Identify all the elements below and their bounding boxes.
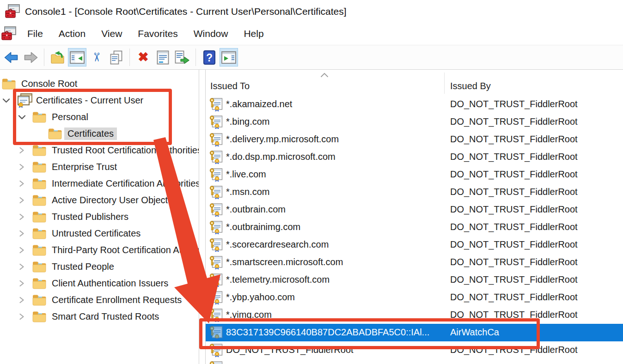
copy-button[interactable] bbox=[107, 48, 125, 67]
issued-to-cell: *.ybp.yahoo.com bbox=[226, 292, 441, 303]
folder-icon bbox=[32, 278, 48, 289]
tree-item-label: Certificates - Current User bbox=[33, 94, 147, 107]
chevron-right-icon[interactable] bbox=[18, 246, 32, 254]
list-row-do-dsp-mp-microsoft-com[interactable]: *.do.dsp.mp.microsoft.comDO_NOT_TRUST_Fi… bbox=[206, 148, 623, 166]
folder-icon bbox=[32, 178, 48, 189]
tree-item-enterprise-trust[interactable]: Enterprise Trust bbox=[0, 158, 199, 175]
export-list-button[interactable] bbox=[173, 48, 191, 67]
tree-item-trusted-people[interactable]: Trusted People bbox=[0, 258, 199, 275]
tree-item-personal[interactable]: Personal bbox=[0, 109, 199, 125]
chevron-right-icon[interactable] bbox=[18, 296, 32, 304]
issued-by-cell: DO_NOT_TRUST_FiddlerRoot bbox=[450, 152, 578, 162]
list-row-live-com[interactable]: *.live.comDO_NOT_TRUST_FiddlerRoot bbox=[206, 166, 623, 183]
folder-icon bbox=[32, 161, 48, 173]
list-row-bing-com[interactable]: *.bing.comDO_NOT_TRUST_FiddlerRoot bbox=[206, 113, 623, 131]
list-row-outbrain-com[interactable]: *.outbrain.comDO_NOT_TRUST_FiddlerRoot bbox=[206, 201, 623, 218]
tree-item-trusted-publishers[interactable]: Trusted Publishers bbox=[0, 208, 199, 225]
folder-icon bbox=[32, 228, 48, 239]
properties-button[interactable] bbox=[153, 48, 172, 67]
tree-item-certificates[interactable]: Certificates bbox=[0, 125, 199, 142]
list-row-akamaized-net[interactable]: *.akamaized.netDO_NOT_TRUST_FiddlerRoot bbox=[206, 96, 623, 113]
toolbar-separator bbox=[129, 49, 130, 66]
tree-item-intermediate-certification-authorities[interactable]: Intermediate Certification Authorities bbox=[0, 175, 199, 192]
certificate-icon bbox=[209, 308, 223, 322]
issued-to-cell: DO_NOT_TRUST_FiddlerRoot bbox=[226, 345, 441, 355]
tree-item-smart-card-trusted-roots[interactable]: Smart Card Trusted Roots bbox=[0, 308, 199, 325]
menu-view[interactable]: View bbox=[93, 25, 130, 42]
list-row-smartscreen-microsoft-com[interactable]: *.smartscreen.microsoft.comDO_NOT_TRUST_… bbox=[206, 254, 623, 271]
console-main-area: Console Root Certificates - Current User… bbox=[0, 70, 623, 364]
column-divider[interactable] bbox=[444, 73, 445, 94]
tree-item-trusted-root-certification-authorities[interactable]: Trusted Root Certification Authorities bbox=[0, 142, 199, 158]
issued-by-cell: DO_NOT_TRUST_FiddlerRoot bbox=[450, 292, 578, 303]
forward-button[interactable] bbox=[21, 48, 40, 67]
tree-item-third-party-root-certification-authorities[interactable]: Third-Party Root Certification Authoriti… bbox=[0, 242, 199, 258]
menu-help[interactable]: Help bbox=[236, 25, 271, 42]
issued-to-cell: *.telemetry.microsoft.com bbox=[226, 274, 441, 285]
chevron-down-icon[interactable] bbox=[2, 97, 17, 104]
certificate-icon bbox=[209, 133, 223, 146]
chevron-right-icon[interactable] bbox=[18, 230, 32, 237]
menu-action[interactable]: Action bbox=[51, 25, 93, 42]
console-tree-pane: Console Root Certificates - Current User… bbox=[0, 70, 199, 364]
tree-item-untrusted-certificates[interactable]: Untrusted Certificates bbox=[0, 225, 199, 242]
cut-button[interactable]: ✂ bbox=[87, 48, 106, 67]
list-row-outbrainimg-com[interactable]: *.outbrainimg.comDO_NOT_TRUST_FiddlerRoo… bbox=[206, 218, 623, 236]
column-header-issued-to[interactable]: Issued To bbox=[210, 81, 250, 91]
menu-file[interactable]: File bbox=[19, 25, 51, 42]
help-button[interactable]: ? bbox=[200, 48, 219, 67]
svg-text:?: ? bbox=[206, 52, 213, 64]
up-one-level-button[interactable] bbox=[49, 48, 67, 67]
tree-item-label: Active Directory User Object bbox=[49, 194, 171, 206]
chevron-right-icon[interactable] bbox=[18, 213, 32, 221]
console-tree-icon bbox=[70, 51, 85, 64]
chevron-right-icon[interactable] bbox=[18, 313, 32, 321]
issued-by-cell: DO_NOT_TRUST_FiddlerRoot bbox=[450, 222, 578, 232]
menu-window[interactable]: Window bbox=[186, 25, 236, 42]
folder-icon bbox=[32, 244, 48, 256]
menu-favorites[interactable]: Favorites bbox=[130, 25, 185, 42]
chevron-right-icon[interactable] bbox=[18, 263, 32, 271]
chevron-right-icon[interactable] bbox=[18, 196, 32, 204]
pane-splitter[interactable] bbox=[199, 70, 205, 364]
chevron-right-icon[interactable] bbox=[18, 146, 32, 154]
certificate-icon bbox=[209, 291, 223, 304]
title-bar: Console1 - [Console Root\Certificates - … bbox=[0, 0, 623, 23]
issued-by-cell: DO_NOT_TRUST_FiddlerRoot bbox=[450, 99, 578, 109]
folder-icon bbox=[32, 261, 48, 273]
certificate-icon bbox=[209, 97, 223, 111]
chevron-down-icon[interactable] bbox=[18, 113, 32, 121]
tree-item-label: Untrusted Certificates bbox=[49, 227, 144, 240]
list-row-83c317139c966140b87dc2abadbfa5c0-ial[interactable]: 83C317139C966140B87DC2ABADBFA5C0::IAl...… bbox=[206, 324, 623, 341]
folder-icon bbox=[32, 311, 48, 322]
list-row-scorecardresearch-com[interactable]: *.scorecardresearch.comDO_NOT_TRUST_Fidd… bbox=[206, 236, 623, 254]
show-console-tree-button[interactable] bbox=[68, 48, 86, 67]
list-row-partial[interactable] bbox=[206, 359, 623, 364]
tree-item-label: Console Root bbox=[18, 78, 80, 90]
toolbar-separator bbox=[195, 49, 196, 66]
chevron-right-icon[interactable] bbox=[18, 279, 32, 287]
tree-item-active-directory-user-object[interactable]: Active Directory User Object bbox=[0, 192, 199, 208]
tree-item-client-authentication-issuers[interactable]: Client Authentication Issuers bbox=[0, 275, 199, 291]
list-row-do-not-trust-fiddlerroot[interactable]: DO_NOT_TRUST_FiddlerRootDO_NOT_TRUST_Fid… bbox=[206, 341, 623, 359]
list-row-delivery-mp-microsoft-com[interactable]: *.delivery.mp.microsoft.comDO_NOT_TRUST_… bbox=[206, 131, 623, 148]
sort-ascending-icon bbox=[320, 71, 329, 79]
list-row-telemetry-microsoft-com[interactable]: *.telemetry.microsoft.comDO_NOT_TRUST_Fi… bbox=[206, 271, 623, 289]
list-row-yimg-com[interactable]: *.yimg.comDO_NOT_TRUST_FiddlerRoot bbox=[206, 306, 623, 324]
help-icon: ? bbox=[202, 50, 216, 65]
back-button[interactable] bbox=[2, 48, 20, 67]
issued-to-cell: *.do.dsp.mp.microsoft.com bbox=[226, 152, 441, 162]
tree-item-console-root[interactable]: Console Root bbox=[0, 75, 199, 92]
column-header-issued-by[interactable]: Issued By bbox=[450, 81, 491, 91]
list-row-ybp-yahoo-com[interactable]: *.ybp.yahoo.comDO_NOT_TRUST_FiddlerRoot bbox=[206, 289, 623, 306]
issued-by-cell: DO_NOT_TRUST_FiddlerRoot bbox=[450, 309, 578, 320]
chevron-right-icon[interactable] bbox=[18, 180, 32, 188]
folder-icon bbox=[32, 194, 48, 206]
show-action-pane-button[interactable] bbox=[220, 48, 238, 67]
delete-button[interactable]: ✖ bbox=[134, 48, 153, 67]
tree-item-certificate-enrollment-requests[interactable]: Certificate Enrollment Requests bbox=[0, 291, 199, 308]
tree-item-certificates-current-user[interactable]: Certificates - Current User bbox=[0, 92, 199, 109]
folder-up-icon bbox=[50, 50, 65, 64]
list-row-msn-com[interactable]: *.msn.comDO_NOT_TRUST_FiddlerRoot bbox=[206, 183, 623, 201]
chevron-right-icon[interactable] bbox=[18, 163, 32, 171]
